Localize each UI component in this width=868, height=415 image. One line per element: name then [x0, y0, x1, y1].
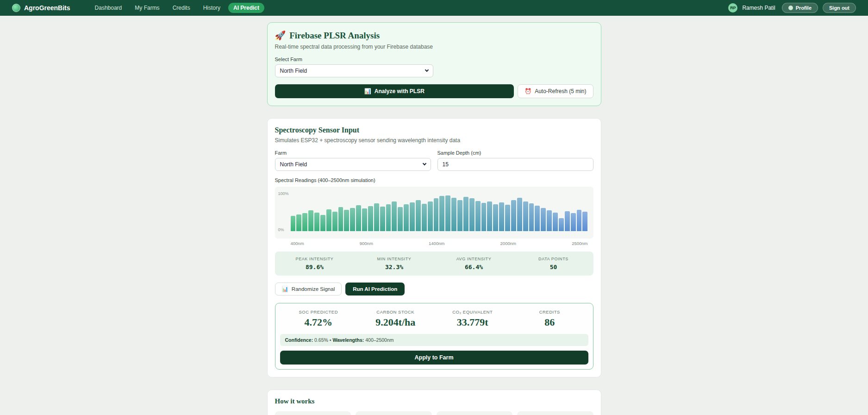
predict-label: Run AI Prediction [353, 286, 397, 292]
signout-label: Sign out [829, 5, 849, 11]
confidence-label: Confidence: [285, 337, 313, 343]
bar-chart-icon: 📊 [282, 286, 288, 292]
spectral-bar [428, 201, 433, 232]
spectral-bar [517, 198, 522, 231]
metric-carbon-stock: CARBON STOCK 9.204t/ha [357, 309, 434, 328]
plsr-analysis-card: 🚀 Firebase PLSR Analysis Real-time spect… [267, 22, 601, 106]
confidence-value: 0.65% [314, 337, 328, 343]
nav-item-credits[interactable]: Credits [168, 3, 195, 13]
metric-value: 86 [511, 316, 588, 328]
stat-value: 89.6% [275, 264, 355, 270]
auto-refresh-label: Auto-Refresh (5 min) [535, 88, 586, 94]
profile-label: Profile [796, 5, 812, 11]
stat-value: 32.3% [355, 264, 434, 270]
y-axis-tick-min: 0% [278, 227, 284, 232]
plsr-title-text: Firebase PLSR Analysis [289, 31, 380, 41]
metric-label: SOC PREDICTED [280, 309, 357, 314]
nav-item-history[interactable]: History [198, 3, 225, 13]
metric-credits: CREDITS 86 [511, 309, 588, 328]
metric-label: CREDITS [511, 309, 588, 314]
spectral-bar [296, 214, 301, 231]
how-it-works-title: How it works [275, 397, 593, 405]
spectral-bar [553, 213, 558, 231]
x-axis-tick: 900nm [360, 241, 373, 246]
spectral-bar [422, 204, 427, 231]
spectral-bar [392, 201, 397, 231]
x-axis-tick: 2500nm [572, 241, 587, 246]
prediction-metrics: SOC PREDICTED 4.72% CARBON STOCK 9.204t/… [280, 309, 588, 328]
spectral-bar [499, 202, 504, 231]
nav-item-dashboard[interactable]: Dashboard [90, 3, 127, 13]
brand-logo-icon [12, 4, 20, 12]
spectral-bar [380, 207, 385, 231]
user-avatar: RP [728, 3, 737, 13]
stat-value: 50 [514, 264, 593, 270]
rocket-icon: 🚀 [275, 30, 286, 41]
spectral-bar [582, 212, 587, 231]
prediction-results-panel: SOC PREDICTED 4.72% CARBON STOCK 9.204t/… [275, 303, 593, 370]
spectral-bar [410, 202, 415, 231]
profile-icon [788, 6, 793, 10]
plsr-actions: 📊 Analyze with PLSR ⏰ Auto-Refresh (5 mi… [275, 84, 593, 98]
sensor-form-row: Farm North Field Sample Depth (cm) [275, 145, 593, 171]
step-credits-calculated: 🧮 4. Credits calculated SOC → Carbon Sto… [517, 411, 593, 415]
spectral-bar [457, 200, 462, 231]
sensor-farm-select-wrap: North Field [275, 158, 431, 171]
how-it-works-steps: 🛰️ 1. Sensor collects data ESP32 reads s… [275, 411, 593, 415]
brand[interactable]: AgroGreenBits [12, 4, 70, 12]
y-axis-tick-max: 100% [278, 191, 289, 196]
sensor-input-card: Spectroscopy Sensor Input Simulates ESP3… [267, 118, 601, 377]
farm-label: Farm [275, 150, 431, 156]
spectral-bar [416, 200, 421, 231]
sensor-farm-select[interactable]: North Field [275, 158, 431, 171]
metric-soc-predicted: SOC PREDICTED 4.72% [280, 309, 357, 328]
spectral-bar [356, 205, 361, 231]
randomize-signal-button[interactable]: 📊 Randomize Signal [275, 283, 342, 296]
metric-label: CO₂ EQUIVALENT [434, 309, 512, 314]
apply-to-farm-button[interactable]: Apply to Farm [280, 351, 588, 365]
confidence-bar: Confidence: 0.65% • Wavelengths: 400–250… [280, 334, 588, 346]
stat-label: DATA POINTS [514, 257, 593, 261]
spectral-bar [481, 203, 487, 231]
analyze-label: Analyze with PLSR [375, 88, 425, 94]
analyze-plsr-button[interactable]: 📊 Analyze with PLSR [275, 84, 514, 98]
spectral-bar [511, 200, 516, 231]
sensor-card-title: Spectroscopy Sensor Input [275, 126, 593, 134]
signout-button[interactable]: Sign out [823, 3, 856, 13]
clock-icon: ⏰ [525, 88, 531, 94]
spectral-bar [451, 198, 456, 231]
spectral-readings-label: Spectral Readings (400–2500nm simulation… [275, 177, 593, 183]
sample-depth-input[interactable] [437, 158, 593, 171]
nav-item-my-farms[interactable]: My Farms [130, 3, 164, 13]
signal-stats: PEAK INTENSITY 89.6% MIN INTENSITY 32.3%… [275, 252, 593, 276]
spectral-bar [559, 218, 564, 231]
brand-name: AgroGreenBits [24, 4, 70, 12]
plsr-farm-select[interactable]: North Field [275, 64, 433, 77]
sensor-actions: 📊 Randomize Signal Run AI Prediction [275, 283, 593, 296]
spectral-bar [374, 203, 379, 231]
profile-button[interactable]: Profile [782, 3, 818, 13]
select-farm-label: Select Farm [275, 57, 593, 62]
navbar-right: RP Ramesh Patil Profile Sign out [728, 3, 856, 13]
nav-item-ai-predict[interactable]: AI Predict [228, 3, 264, 13]
spectral-bar [326, 209, 331, 231]
spectral-bar [338, 207, 343, 231]
spectral-bar [350, 208, 355, 231]
stat-label: PEAK INTENSITY [275, 257, 355, 261]
auto-refresh-button[interactable]: ⏰ Auto-Refresh (5 min) [518, 84, 593, 98]
sensor-card-subtitle: Simulates ESP32 + spectroscopy sensor se… [275, 137, 593, 144]
stat-value: 66.4% [434, 264, 514, 270]
farm-field: Farm North Field [275, 145, 431, 171]
spectral-bar [314, 213, 319, 231]
x-axis-labels: 400nm 900nm 1400nm 2000nm 2500nm [275, 239, 593, 246]
spectral-bar [398, 207, 403, 231]
spectral-bar [302, 213, 307, 231]
nav-links: Dashboard My Farms Credits History AI Pr… [90, 3, 264, 13]
spectral-bar [535, 206, 540, 231]
run-ai-prediction-button[interactable]: Run AI Prediction [345, 283, 405, 296]
spectral-bar [291, 216, 296, 231]
spectral-bar [386, 204, 391, 231]
spectral-bar [493, 204, 498, 231]
spectral-bar [565, 211, 570, 231]
stat-peak-intensity: PEAK INTENSITY 89.6% [275, 257, 355, 270]
